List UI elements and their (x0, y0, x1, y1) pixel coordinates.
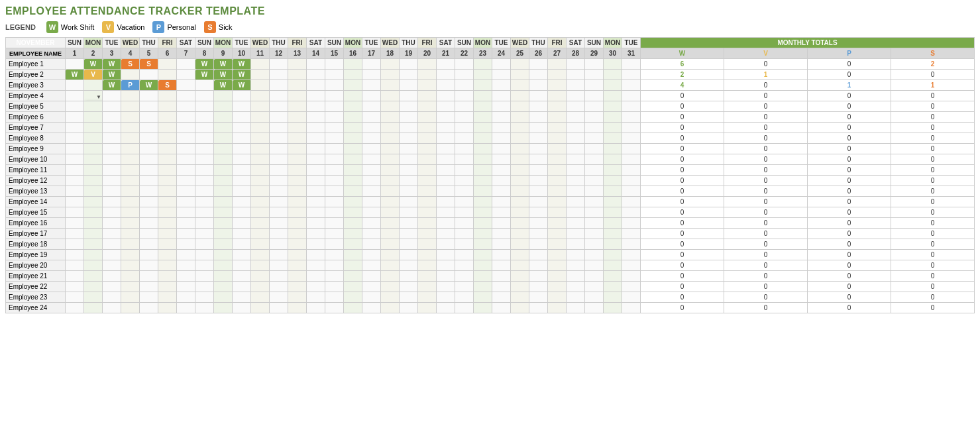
cell-emp19-day21[interactable] (437, 250, 455, 260)
cell-emp17-day2[interactable] (84, 229, 103, 239)
cell-emp16-day8[interactable] (195, 218, 214, 229)
cell-emp13-day16[interactable] (344, 186, 362, 197)
cell-emp14-day3[interactable] (103, 197, 121, 207)
cell-emp19-day29[interactable] (585, 250, 604, 260)
cell-emp10-day23[interactable] (474, 154, 492, 165)
cell-emp5-day20[interactable] (418, 101, 437, 112)
cell-emp10-day29[interactable] (585, 154, 604, 165)
cell-emp13-day5[interactable] (140, 186, 158, 197)
cell-emp15-day24[interactable] (492, 207, 511, 218)
cell-emp14-day29[interactable] (585, 197, 604, 207)
cell-emp23-day11[interactable] (251, 292, 270, 303)
cell-emp3-day14[interactable] (307, 80, 325, 91)
cell-emp11-day25[interactable] (511, 165, 529, 176)
cell-emp3-day10[interactable]: W (233, 80, 251, 91)
cell-emp13-day31[interactable] (622, 186, 641, 197)
cell-emp20-day20[interactable] (418, 260, 437, 271)
cell-emp8-day27[interactable] (548, 133, 567, 144)
cell-emp7-day8[interactable] (195, 123, 214, 133)
cell-emp2-day24[interactable] (492, 70, 511, 80)
cell-emp22-day28[interactable] (567, 282, 585, 292)
cell-emp11-day1[interactable] (66, 165, 84, 176)
cell-emp16-day7[interactable] (177, 218, 195, 229)
cell-emp12-day1[interactable] (66, 176, 84, 186)
cell-emp22-day3[interactable] (103, 282, 121, 292)
cell-emp24-day4[interactable] (121, 303, 140, 313)
cell-emp10-day2[interactable] (84, 154, 103, 165)
cell-emp23-day1[interactable] (66, 292, 84, 303)
cell-emp23-day24[interactable] (492, 292, 511, 303)
cell-emp12-day31[interactable] (622, 176, 641, 186)
cell-emp10-day17[interactable] (362, 154, 381, 165)
cell-emp22-day22[interactable] (455, 282, 474, 292)
cell-emp10-day11[interactable] (251, 154, 270, 165)
cell-emp8-day9[interactable] (214, 133, 233, 144)
cell-emp17-day14[interactable] (307, 229, 325, 239)
cell-emp4-day18[interactable] (381, 91, 400, 101)
cell-emp23-day26[interactable] (529, 292, 548, 303)
cell-emp11-day11[interactable] (251, 165, 270, 176)
cell-emp8-day12[interactable] (270, 133, 288, 144)
cell-emp23-day25[interactable] (511, 292, 529, 303)
cell-emp12-day8[interactable] (195, 176, 214, 186)
cell-emp5-day5[interactable] (140, 101, 158, 112)
cell-emp15-day15[interactable] (325, 207, 344, 218)
cell-emp20-day15[interactable] (325, 260, 344, 271)
cell-emp22-day16[interactable] (344, 282, 362, 292)
cell-emp20-day10[interactable] (233, 260, 251, 271)
cell-emp17-day26[interactable] (529, 229, 548, 239)
cell-emp19-day26[interactable] (529, 250, 548, 260)
cell-emp24-day10[interactable] (233, 303, 251, 313)
cell-emp21-day4[interactable] (121, 271, 140, 282)
cell-emp13-day25[interactable] (511, 186, 529, 197)
cell-emp15-day21[interactable] (437, 207, 455, 218)
cell-emp12-day14[interactable] (307, 176, 325, 186)
cell-emp19-day24[interactable] (492, 250, 511, 260)
cell-emp3-day16[interactable] (344, 80, 362, 91)
cell-emp2-day22[interactable] (455, 70, 474, 80)
cell-emp24-day14[interactable] (307, 303, 325, 313)
cell-emp18-day22[interactable] (455, 239, 474, 250)
cell-emp20-day13[interactable] (288, 260, 307, 271)
cell-emp6-day31[interactable] (622, 112, 641, 123)
cell-emp7-day22[interactable] (455, 123, 474, 133)
cell-emp5-day24[interactable] (492, 101, 511, 112)
cell-emp19-day19[interactable] (400, 250, 418, 260)
cell-emp10-day6[interactable] (158, 154, 177, 165)
cell-emp5-day4[interactable] (121, 101, 140, 112)
cell-emp20-day24[interactable] (492, 260, 511, 271)
cell-emp15-day18[interactable] (381, 207, 400, 218)
cell-emp5-day25[interactable] (511, 101, 529, 112)
cell-emp15-day23[interactable] (474, 207, 492, 218)
cell-emp6-day5[interactable] (140, 112, 158, 123)
cell-emp19-day22[interactable] (455, 250, 474, 260)
cell-emp21-day6[interactable] (158, 271, 177, 282)
cell-emp1-day14[interactable] (307, 59, 325, 70)
cell-emp18-day15[interactable] (325, 239, 344, 250)
cell-emp13-day30[interactable] (604, 186, 622, 197)
cell-emp10-day12[interactable] (270, 154, 288, 165)
cell-emp18-day31[interactable] (622, 239, 641, 250)
cell-emp7-day17[interactable] (362, 123, 381, 133)
cell-emp20-day11[interactable] (251, 260, 270, 271)
cell-emp20-day4[interactable] (121, 260, 140, 271)
cell-emp15-day8[interactable] (195, 207, 214, 218)
cell-emp2-day18[interactable] (381, 70, 400, 80)
cell-emp22-day18[interactable] (381, 282, 400, 292)
cell-emp20-day31[interactable] (622, 260, 641, 271)
cell-emp12-day13[interactable] (288, 176, 307, 186)
cell-emp14-day23[interactable] (474, 197, 492, 207)
cell-emp6-day14[interactable] (307, 112, 325, 123)
cell-emp4-day22[interactable] (455, 91, 474, 101)
cell-emp22-day12[interactable] (270, 282, 288, 292)
cell-emp9-day28[interactable] (567, 144, 585, 154)
cell-emp14-day20[interactable] (418, 197, 437, 207)
cell-emp4-day9[interactable] (214, 91, 233, 101)
cell-emp11-day15[interactable] (325, 165, 344, 176)
cell-emp1-day6[interactable] (158, 59, 177, 70)
cell-emp2-day5[interactable] (140, 70, 158, 80)
cell-emp3-day13[interactable] (288, 80, 307, 91)
cell-emp4-day6[interactable] (158, 91, 177, 101)
cell-emp13-day17[interactable] (362, 186, 381, 197)
cell-emp11-day26[interactable] (529, 165, 548, 176)
